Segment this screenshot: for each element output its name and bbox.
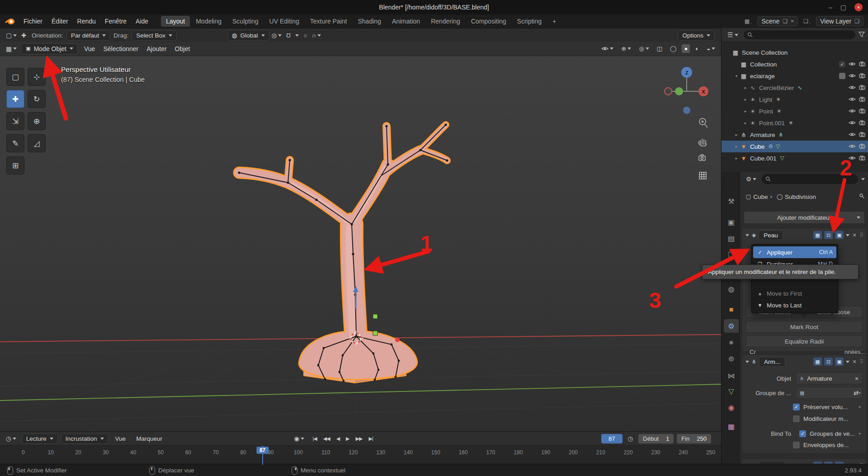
workspace-tab[interactable]: +	[547, 16, 561, 27]
mode-dropdown[interactable]: ▣ Mode Objet	[21, 43, 78, 54]
drag-handle-icon[interactable]: ⠿	[859, 232, 863, 238]
current-frame-field[interactable]: 87	[601, 434, 622, 443]
outliner-item-label[interactable]: Cube.001	[750, 155, 777, 162]
outliner-search-input[interactable]	[744, 30, 855, 39]
exclude-checkbox[interactable]: ✓	[839, 61, 845, 67]
hide-eye-icon[interactable]	[849, 155, 856, 162]
editmode-display-toggle[interactable]: ▦	[813, 358, 822, 366]
disable-render-camera-icon[interactable]	[859, 120, 866, 127]
active-tool-icon[interactable]: ▢	[4, 31, 19, 40]
zoom-control[interactable]	[699, 118, 708, 127]
close-button[interactable]: ×	[854, 3, 863, 11]
expand-arrow-icon[interactable]: ▸	[742, 85, 749, 90]
options-dropdown[interactable]: Options	[678, 30, 715, 41]
workspace-tab[interactable]: Layout	[161, 16, 190, 27]
outliner-row[interactable]: ▾ ▦ eclairage	[722, 70, 868, 82]
animate-dot[interactable]: •	[859, 430, 861, 437]
properties-tab[interactable]: ∗	[724, 335, 739, 349]
realtime-display-toggle[interactable]: ⊡	[824, 358, 833, 366]
modifier-extras-dropdown[interactable]	[846, 361, 849, 363]
playback-button[interactable]: ▶|	[366, 434, 375, 443]
outliner-row[interactable]: ▸ ☀ Point.001 ☀	[722, 117, 868, 129]
properties-tab[interactable]: ▽	[724, 384, 739, 398]
transform-orientation-dropdown[interactable]: ◍ Global	[227, 30, 269, 41]
shading-wireframe-button[interactable]: ◯	[668, 44, 679, 53]
hide-eye-icon[interactable]	[849, 143, 856, 150]
preserve-volume-checkbox[interactable]: ✓	[793, 404, 800, 410]
viewport-menu-item[interactable]: Ajouter	[142, 43, 170, 54]
workspace-tab[interactable]: Scripting	[512, 16, 547, 27]
outliner-row[interactable]: ▸ ☀ Point ☀	[722, 105, 868, 117]
properties-search-input[interactable]	[762, 174, 858, 184]
workspace-tab[interactable]: Compositing	[466, 16, 511, 27]
viewport-menu-item[interactable]: Objet	[171, 43, 194, 54]
viewport-menu-item[interactable]: Vue	[80, 43, 99, 54]
properties-tab[interactable]: ■	[724, 303, 739, 316]
properties-tab[interactable]: ▤	[724, 231, 739, 245]
shading-rendered-button[interactable]: ◒	[704, 44, 717, 53]
disable-render-camera-icon[interactable]	[859, 108, 866, 115]
axis-neg-x-ball[interactable]	[665, 88, 672, 95]
proportional-editing-toggle[interactable]: ○	[301, 31, 309, 40]
workspace-tab[interactable]: Rendering	[426, 16, 465, 27]
playback-dropdown[interactable]: Lecture	[22, 434, 58, 444]
disable-render-camera-icon[interactable]	[859, 155, 866, 162]
outliner-row[interactable]: ▸ ☀ Light ☀	[722, 94, 868, 105]
expand-arrow-icon[interactable]: ▸	[733, 132, 740, 137]
frame-end-field[interactable]: Fin250	[677, 434, 711, 443]
playback-button[interactable]: ◀	[334, 434, 342, 443]
axis-neg-z-ball[interactable]	[683, 107, 690, 114]
menubar-item[interactable]: Fenêtre	[100, 16, 131, 27]
perspective-toggle-control[interactable]	[699, 172, 706, 179]
workspace-tab[interactable]: Shading	[353, 16, 386, 27]
viewport-tool-button[interactable]: ◿	[28, 134, 46, 152]
viewport-tool-button[interactable]: ✚	[6, 90, 24, 108]
blender-logo[interactable]	[5, 18, 15, 25]
equalize-radii-button[interactable]: Equalize Radii	[746, 335, 863, 347]
shading-solid-button[interactable]: ●	[682, 44, 690, 53]
workspace-tab[interactable]: Modeling	[191, 16, 226, 27]
view-layer-selector[interactable]: View Layer ❏	[816, 16, 863, 26]
disable-render-camera-icon[interactable]	[859, 85, 866, 91]
animate-dot[interactable]: •	[859, 404, 861, 410]
disable-render-camera-icon[interactable]	[859, 73, 866, 80]
workspace-tab[interactable]: Texture Paint	[305, 16, 352, 27]
expand-arrow-icon[interactable]: ▸	[742, 121, 749, 125]
playback-button[interactable]: ▶▶	[353, 434, 365, 443]
new-scene-icon[interactable]: ❏	[783, 18, 788, 24]
scene-browse-icon[interactable]: ▦ ˯	[745, 18, 752, 24]
hide-eye-icon[interactable]	[849, 73, 856, 80]
workspace-tab[interactable]: Sculpting	[227, 16, 264, 27]
timeline-marker-menu[interactable]: Marqueur	[132, 434, 166, 444]
properties-tab[interactable]: ◍	[724, 282, 739, 296]
bind-vertex-groups-checkbox[interactable]: ✓	[799, 430, 806, 437]
clear-object-icon[interactable]: ×	[855, 375, 859, 382]
frame-start-field[interactable]: Début1	[638, 434, 674, 443]
xray-toggle[interactable]: ◫	[655, 44, 665, 53]
viewport-tool-button[interactable]: ✎	[6, 134, 24, 152]
snap-settings-dropdown[interactable]	[293, 33, 301, 38]
camera-view-control[interactable]	[699, 155, 705, 160]
properties-tab[interactable]: ◉	[724, 401, 739, 414]
timeline-view-menu[interactable]: Vue	[112, 434, 130, 444]
minimize-button[interactable]: –	[829, 4, 832, 11]
outliner-row[interactable]: ▦ Collection ✓	[722, 58, 868, 70]
disable-render-camera-icon[interactable]	[859, 143, 866, 150]
snap-toggle[interactable]: Ω	[284, 31, 293, 40]
gizmos-dropdown[interactable]: ⊕	[619, 44, 633, 53]
properties-filter-dropdown[interactable]	[861, 178, 865, 180]
disable-render-camera-icon[interactable]	[859, 132, 866, 138]
outliner-row[interactable]: ▸ ▼ Cube.001 ▽	[722, 152, 868, 164]
outliner-item-label[interactable]: Point	[759, 108, 773, 115]
playhead[interactable]: 87	[262, 446, 263, 465]
expand-arrow-icon[interactable]: ▸	[733, 156, 740, 160]
viewport-tool-button[interactable]: ⊹	[28, 68, 46, 86]
delete-modifier-icon[interactable]: ×	[852, 231, 857, 239]
vertex-group-field[interactable]: ▦ ⇄	[796, 387, 863, 399]
expand-arrow-icon[interactable]: ▸	[733, 144, 740, 149]
expand-arrow-icon[interactable]: ▸	[742, 97, 749, 102]
modifier-name-field[interactable]: Arm...	[759, 357, 785, 367]
viewport-tool-button[interactable]: ▢	[6, 68, 24, 86]
invert-vgroup-icon[interactable]: ⇄	[854, 389, 859, 396]
scene-canvas[interactable]: X Z	[0, 42, 721, 431]
